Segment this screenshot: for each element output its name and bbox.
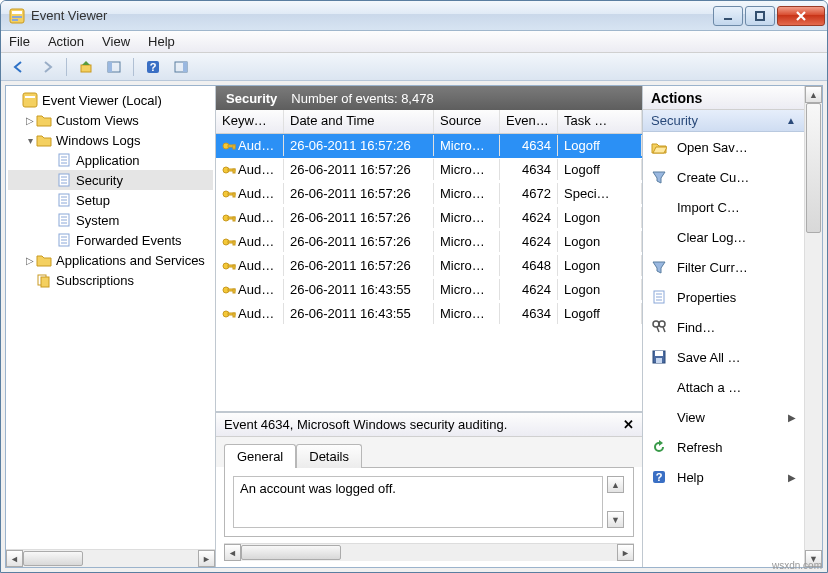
event-row[interactable]: Aud…26-06-2011 16:57:26Micro…4624Logon xyxy=(216,230,642,254)
scroll-thumb[interactable] xyxy=(241,545,341,560)
minimize-button[interactable] xyxy=(713,6,743,26)
svg-text:?: ? xyxy=(150,61,157,73)
tree-apps-services[interactable]: ▷ Applications and Services xyxy=(8,250,213,270)
detail-hscroll[interactable]: ◄ ► xyxy=(224,543,634,561)
col-eventid[interactable]: Event… xyxy=(500,110,558,133)
action-import-c-[interactable]: Import C… xyxy=(643,192,804,222)
scroll-track[interactable] xyxy=(241,544,617,561)
actions-section-header[interactable]: Security ▲ xyxy=(643,110,804,132)
scroll-right-icon[interactable]: ► xyxy=(198,550,215,567)
tab-general[interactable]: General xyxy=(224,444,296,468)
action-label: Attach a … xyxy=(677,380,741,395)
event-row[interactable]: Aud…26-06-2011 16:43:55Micro…4624Logon xyxy=(216,278,642,302)
up-button[interactable] xyxy=(74,56,98,78)
help-button[interactable]: ? xyxy=(141,56,165,78)
submenu-icon: ▶ xyxy=(788,412,796,423)
svg-rect-5 xyxy=(756,12,764,20)
scroll-up-icon[interactable]: ▲ xyxy=(607,476,624,493)
action-clear-log-[interactable]: Clear Log… xyxy=(643,222,804,252)
collapse-icon[interactable]: ▲ xyxy=(786,115,796,126)
event-row[interactable]: Aud…26-06-2011 16:57:26Micro…4648Logon xyxy=(216,254,642,278)
key-icon xyxy=(222,235,236,249)
forward-button[interactable] xyxy=(35,56,59,78)
action-create-cu-[interactable]: Create Cu… xyxy=(643,162,804,192)
action-attach-a-[interactable]: Attach a … xyxy=(643,372,804,402)
tree-security[interactable]: Security xyxy=(8,170,213,190)
event-row[interactable]: Aud…26-06-2011 16:57:26Micro…4634Logoff xyxy=(216,134,642,158)
action-label: Find… xyxy=(677,320,715,335)
menu-action[interactable]: Action xyxy=(48,34,84,49)
action-view[interactable]: View▶ xyxy=(643,402,804,432)
action-filter-curr-[interactable]: Filter Curr… xyxy=(643,252,804,282)
scroll-thumb[interactable] xyxy=(23,551,83,566)
show-hide-action-button[interactable] xyxy=(169,56,193,78)
scroll-left-icon[interactable]: ◄ xyxy=(224,544,241,561)
scroll-up-icon[interactable]: ▲ xyxy=(805,86,822,103)
detail-tabs: General Details xyxy=(216,437,642,467)
scroll-right-icon[interactable]: ► xyxy=(617,544,634,561)
col-task[interactable]: Task … xyxy=(558,110,642,133)
svg-rect-45 xyxy=(233,313,235,317)
close-button[interactable] xyxy=(777,6,825,26)
svg-rect-24 xyxy=(233,145,235,149)
maximize-button[interactable] xyxy=(745,6,775,26)
action-refresh[interactable]: Refresh xyxy=(643,432,804,462)
tree-hscrollbar[interactable]: ◄ ► xyxy=(6,549,215,567)
event-row[interactable]: Aud…26-06-2011 16:57:26Micro…4634Logoff xyxy=(216,158,642,182)
menu-help[interactable]: Help xyxy=(148,34,175,49)
grid-body[interactable]: Aud…26-06-2011 16:57:26Micro…4634LogoffA… xyxy=(216,134,642,411)
action-save-all-[interactable]: Save All … xyxy=(643,342,804,372)
svg-rect-6 xyxy=(81,65,91,72)
log-icon xyxy=(56,172,72,188)
tree-windows-logs[interactable]: ▾ Windows Logs xyxy=(8,130,213,150)
svg-rect-13 xyxy=(23,93,37,107)
detail-pane: Event 4634, Microsoft Windows security a… xyxy=(216,412,642,567)
log-icon xyxy=(56,232,72,248)
expander-icon[interactable]: ▷ xyxy=(24,115,36,126)
actions-vscrollbar[interactable]: ▲ ▼ xyxy=(804,86,822,567)
expander-icon[interactable]: ▾ xyxy=(24,135,36,146)
scroll-track[interactable] xyxy=(23,550,198,567)
event-row[interactable]: Aud…26-06-2011 16:57:26Micro…4624Logon xyxy=(216,206,642,230)
detail-vscroll[interactable]: ▲ ▼ xyxy=(607,476,625,528)
tree-subscriptions[interactable]: Subscriptions xyxy=(8,270,213,290)
tree-custom-views[interactable]: ▷ Custom Views xyxy=(8,110,213,130)
svg-rect-30 xyxy=(233,193,235,197)
folder-open-icon xyxy=(651,139,667,155)
scroll-left-icon[interactable]: ◄ xyxy=(6,550,23,567)
tree-setup[interactable]: Setup xyxy=(8,190,213,210)
scroll-track[interactable] xyxy=(805,103,822,550)
console-tree[interactable]: Event Viewer (Local) ▷ Custom Views ▾ Wi… xyxy=(6,86,215,549)
tree-forwarded-events[interactable]: Forwarded Events xyxy=(8,230,213,250)
expander-icon[interactable]: ▷ xyxy=(24,255,36,266)
col-datetime[interactable]: Date and Time xyxy=(284,110,434,133)
tree-root[interactable]: Event Viewer (Local) xyxy=(8,90,213,110)
action-open-sav-[interactable]: Open Sav… xyxy=(643,132,804,162)
scroll-thumb[interactable] xyxy=(806,103,821,233)
col-source[interactable]: Source xyxy=(434,110,500,133)
tree-system[interactable]: System xyxy=(8,210,213,230)
svg-point-47 xyxy=(653,321,659,327)
action-label: Create Cu… xyxy=(677,170,749,185)
tree-application[interactable]: Application xyxy=(8,150,213,170)
detail-close-icon[interactable]: ✕ xyxy=(623,417,634,432)
key-icon xyxy=(222,307,236,321)
tab-details[interactable]: Details xyxy=(296,444,362,468)
action-find-[interactable]: Find… xyxy=(643,312,804,342)
back-button[interactable] xyxy=(7,56,31,78)
svg-text:?: ? xyxy=(656,471,663,483)
folder-icon xyxy=(36,132,52,148)
actions-section-title: Security xyxy=(651,113,698,128)
event-row[interactable]: Aud…26-06-2011 16:57:26Micro…4672Speci… xyxy=(216,182,642,206)
event-row[interactable]: Aud…26-06-2011 16:43:55Micro…4634Logoff xyxy=(216,302,642,326)
col-keywords[interactable]: Keyw… xyxy=(216,110,284,133)
show-hide-tree-button[interactable] xyxy=(102,56,126,78)
action-properties[interactable]: Properties xyxy=(643,282,804,312)
svg-rect-2 xyxy=(12,16,22,18)
scroll-down-icon[interactable]: ▼ xyxy=(607,511,624,528)
menu-view[interactable]: View xyxy=(102,34,130,49)
action-help[interactable]: ?Help▶ xyxy=(643,462,804,492)
menu-file[interactable]: File xyxy=(9,34,30,49)
svg-rect-39 xyxy=(233,265,235,269)
tree-label: Setup xyxy=(76,193,110,208)
